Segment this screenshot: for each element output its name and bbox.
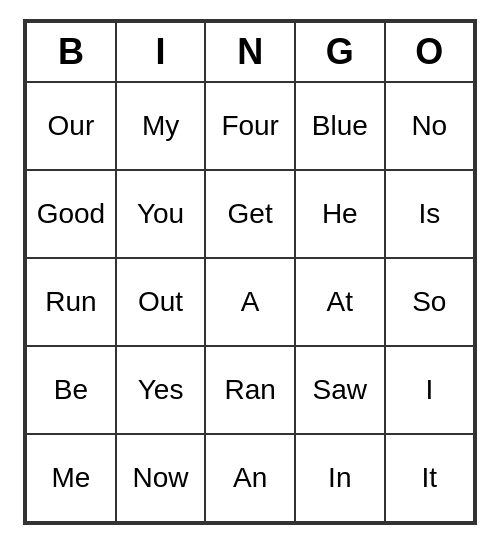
bingo-table: B I N G O OurMyFourBlueNoGoodYouGetHeIsR… [25,21,475,523]
header-row: B I N G O [26,22,474,82]
list-item: Good [26,170,116,258]
table-row: OurMyFourBlueNo [26,82,474,170]
list-item: An [205,434,295,522]
list-item: Is [385,170,474,258]
list-item: Blue [295,82,385,170]
header-o: O [385,22,474,82]
list-item: Run [26,258,116,346]
list-item: Out [116,258,206,346]
table-row: BeYesRanSawI [26,346,474,434]
list-item: Saw [295,346,385,434]
bingo-card: B I N G O OurMyFourBlueNoGoodYouGetHeIsR… [23,19,477,525]
list-item: Be [26,346,116,434]
list-item: My [116,82,206,170]
header-n: N [205,22,295,82]
table-row: RunOutAAtSo [26,258,474,346]
list-item: I [385,346,474,434]
list-item: You [116,170,206,258]
list-item: No [385,82,474,170]
list-item: So [385,258,474,346]
list-item: Our [26,82,116,170]
list-item: Yes [116,346,206,434]
list-item: A [205,258,295,346]
list-item: Ran [205,346,295,434]
list-item: Me [26,434,116,522]
list-item: He [295,170,385,258]
list-item: Get [205,170,295,258]
list-item: At [295,258,385,346]
list-item: In [295,434,385,522]
table-row: GoodYouGetHeIs [26,170,474,258]
table-row: MeNowAnInIt [26,434,474,522]
list-item: Four [205,82,295,170]
list-item: It [385,434,474,522]
header-b: B [26,22,116,82]
header-i: I [116,22,206,82]
list-item: Now [116,434,206,522]
header-g: G [295,22,385,82]
